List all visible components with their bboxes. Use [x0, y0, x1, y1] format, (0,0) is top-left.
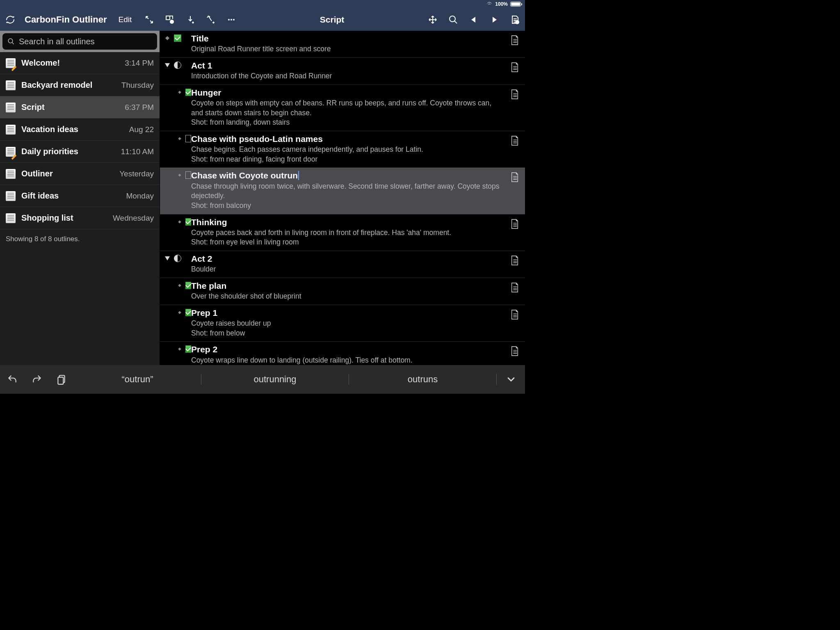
note-info-button[interactable]: i: [504, 8, 525, 31]
outline-row[interactable]: TitleOriginal Road Runner title screen a…: [160, 31, 525, 58]
checkbox[interactable]: [185, 135, 191, 142]
suggestion-1[interactable]: outrunning: [201, 374, 349, 385]
sidebar-item-time: Wednesday: [113, 214, 154, 223]
checkbox[interactable]: [174, 34, 181, 42]
outline-row[interactable]: Act 1Introduction of the Coyote and Road…: [160, 58, 525, 85]
document-title: Script: [308, 15, 357, 25]
row-title[interactable]: Chase with Coyote outrun: [191, 170, 503, 181]
doc-icon: [6, 125, 16, 135]
outline-row[interactable]: ThinkingCoyote paces back and forth in l…: [160, 215, 525, 251]
add-child-icon[interactable]: [180, 8, 201, 31]
sidebar-item-label: Shopping list: [21, 213, 73, 223]
sync-button[interactable]: [0, 8, 21, 31]
prev-button[interactable]: [463, 8, 484, 31]
row-gutter: [164, 253, 191, 262]
row-title[interactable]: Title: [191, 33, 503, 44]
clipboard-button[interactable]: [49, 365, 74, 394]
row-content: Act 1Introduction of the Coyote and Road…: [191, 60, 521, 81]
sidebar-item-script[interactable]: Script6:37 PM: [0, 96, 160, 119]
pencil-icon: [6, 147, 16, 157]
disclosure-triangle-icon[interactable]: [164, 256, 171, 261]
sidebar-item-time: 3:14 PM: [125, 59, 154, 68]
bullet-diamond-icon: [177, 346, 182, 352]
svg-text:i: i: [171, 20, 172, 24]
properties-icon[interactable]: i: [160, 8, 180, 31]
svg-point-6: [450, 16, 455, 22]
note-page-icon[interactable]: [510, 309, 519, 320]
note-page-icon[interactable]: [510, 255, 519, 266]
checkbox[interactable]: [185, 282, 191, 289]
sidebar-item-time: 6:37 PM: [125, 103, 154, 112]
dropbox-icon: [6, 169, 16, 179]
note-page-icon[interactable]: [510, 35, 519, 46]
search-button[interactable]: [443, 8, 463, 31]
row-title[interactable]: Thinking: [191, 217, 503, 228]
note-page-icon[interactable]: [510, 62, 519, 73]
note-page-icon[interactable]: [510, 219, 519, 229]
outline-row[interactable]: Prep 2Coyote wraps line down to landing …: [160, 342, 525, 365]
row-gutter: [164, 281, 191, 289]
row-content: Act 2Boulder: [191, 253, 521, 274]
progress-half-icon[interactable]: [174, 62, 181, 69]
sidebar-item-daily-priorities[interactable]: Daily priorities11:10 AM: [0, 141, 160, 163]
row-content: ThinkingCoyote paces back and forth in l…: [191, 217, 521, 248]
disclosure-triangle-icon[interactable]: [164, 62, 171, 68]
checkbox[interactable]: [185, 89, 191, 96]
doc-icon: [6, 80, 16, 90]
status-bar: 100%: [0, 0, 525, 8]
outline-row[interactable]: Chase with Coyote outrunChase through li…: [160, 168, 525, 214]
row-note: Introduction of the Coyote and Road Runn…: [191, 71, 503, 81]
edit-button[interactable]: Edit: [111, 15, 139, 24]
note-page-icon[interactable]: [510, 282, 519, 293]
outline-row[interactable]: Prep 1Coyote raises boulder upShot: from…: [160, 305, 525, 342]
checkbox[interactable]: [185, 309, 191, 316]
row-content: Chase with Coyote outrunChase through li…: [191, 170, 521, 210]
sidebar-item-welcome-[interactable]: Welcome!3:14 PM: [0, 52, 160, 74]
suggestion-2[interactable]: outruns: [349, 374, 496, 385]
progress-half-icon[interactable]: [174, 255, 181, 262]
row-title[interactable]: Act 2: [191, 253, 503, 264]
checkbox[interactable]: [185, 345, 191, 353]
sidebar-item-backyard-remodel[interactable]: Backyard remodelThursday: [0, 74, 160, 96]
checkbox[interactable]: [185, 218, 191, 226]
next-button[interactable]: [484, 8, 504, 31]
expand-icon[interactable]: [139, 8, 160, 31]
note-page-icon[interactable]: [510, 172, 519, 183]
note-page-icon[interactable]: [510, 135, 519, 146]
row-title[interactable]: Prep 2: [191, 344, 503, 355]
more-icon[interactable]: [221, 8, 242, 31]
search-wrap: Search in all outlines: [0, 31, 160, 52]
note-page-icon[interactable]: [510, 89, 519, 100]
outline-row[interactable]: The planOver the shoulder shot of bluepr…: [160, 278, 525, 305]
row-content: TitleOriginal Road Runner title screen a…: [191, 33, 521, 54]
row-note: Coyote on steps with empty can of beans.…: [191, 98, 503, 128]
checkbox[interactable]: [185, 171, 191, 179]
pencil-icon: [6, 58, 16, 68]
outline-row[interactable]: Act 2Boulder: [160, 251, 525, 278]
row-title[interactable]: Chase with pseudo-Latin names: [191, 134, 503, 144]
sidebar-item-outliner[interactable]: OutlinerYesterday: [0, 163, 160, 185]
sidebar-item-shopping-list[interactable]: Shopping listWednesday: [0, 207, 160, 229]
redo-button[interactable]: [25, 365, 49, 394]
hide-keyboard-button[interactable]: [496, 374, 525, 385]
svg-point-5: [233, 19, 235, 21]
outline-row[interactable]: Chase with pseudo-Latin namesChase begin…: [160, 131, 525, 168]
note-page-icon[interactable]: [510, 346, 519, 356]
row-gutter: [164, 170, 191, 179]
sidebar-item-label: Backyard remodel: [21, 80, 92, 90]
outline-row[interactable]: HungerCoyote on steps with empty can of …: [160, 85, 525, 131]
search-input[interactable]: Search in all outlines: [2, 33, 157, 50]
row-title[interactable]: Act 1: [191, 60, 503, 71]
sidebar-item-label: Daily priorities: [21, 147, 78, 156]
sidebar-item-gift-ideas[interactable]: Gift ideasMonday: [0, 185, 160, 207]
move-icon[interactable]: [422, 8, 443, 31]
add-sibling-icon[interactable]: [201, 8, 221, 31]
sidebar-item-vacation-ideas[interactable]: Vacation ideasAug 22: [0, 119, 160, 141]
row-title[interactable]: Prep 1: [191, 308, 503, 318]
row-title[interactable]: Hunger: [191, 87, 503, 98]
bullet-diamond-icon: [177, 136, 182, 142]
row-title[interactable]: The plan: [191, 281, 503, 291]
sidebar-item-time: 11:10 AM: [121, 147, 154, 156]
undo-button[interactable]: [0, 365, 25, 394]
toolbar: CarbonFin Outliner Edit i Script i: [0, 8, 525, 31]
